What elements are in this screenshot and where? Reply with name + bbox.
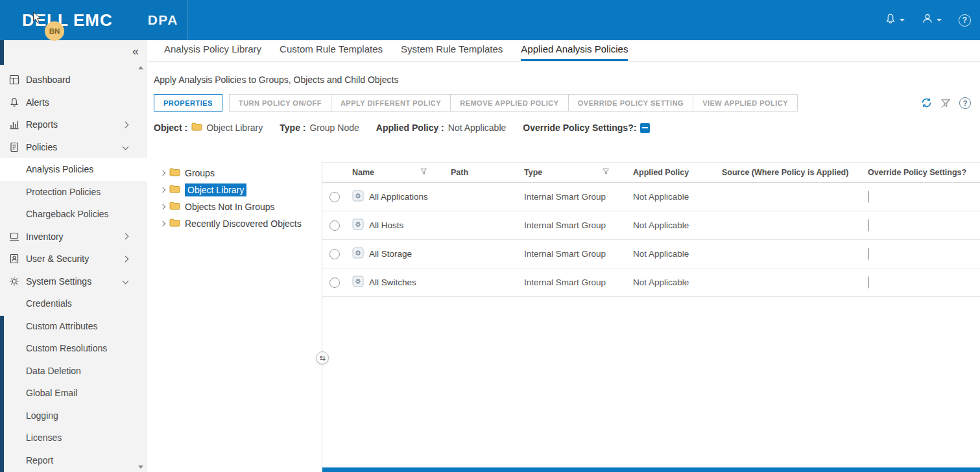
override-checkbox[interactable] [868, 276, 869, 289]
row-radio-button[interactable] [329, 220, 340, 231]
name-column-header[interactable]: Name [347, 168, 446, 177]
tab-applied-analysis-policies[interactable]: Applied Analysis Policies [521, 43, 628, 61]
dell-emc-logo[interactable]: DELL EMC [22, 10, 113, 30]
tree-item-object-library[interactable]: Object Library [147, 182, 322, 198]
sidebar-item-label: Logging [26, 410, 58, 421]
apply-different-policy-button[interactable]: APPLY DIFFERENT POLICY [331, 94, 451, 112]
avatar[interactable]: BN [45, 21, 64, 41]
row-name-label: All Storage [369, 249, 412, 259]
sidebar-item-credentials[interactable]: Credentials [0, 292, 147, 315]
chevron-right-icon [160, 204, 165, 209]
sidebar-item-reports[interactable]: Reports [0, 113, 147, 136]
scroll-down-arrow[interactable] [138, 466, 143, 469]
help-button[interactable]: ? [959, 14, 971, 27]
row-radio-button[interactable] [329, 249, 340, 259]
chevron-right-icon [123, 255, 129, 262]
sidebar-item-label: Chargeback Policies [26, 209, 109, 219]
tree-item-recently-discovered-objects[interactable]: Recently Discovered Objects [147, 215, 322, 232]
filter-funnel-icon[interactable] [603, 168, 610, 177]
sidebar-item-report[interactable]: Report [0, 449, 147, 472]
applied-policy-column-header[interactable]: Applied Policy [628, 168, 717, 177]
notifications-button[interactable] [885, 13, 905, 27]
override-settings-label: Override Policy Settings?: [523, 123, 636, 133]
horizontal-scrollbar[interactable] [322, 467, 980, 472]
override-indeterminate-checkbox[interactable] [640, 123, 650, 133]
help-icon: ? [962, 16, 967, 25]
smart-group-icon [352, 276, 364, 289]
chevron-right-icon [123, 121, 129, 128]
sidebar-item-user-security[interactable]: User & Security [0, 248, 147, 270]
folder-icon [191, 123, 202, 133]
table-row[interactable]: All Hosts Internal Smart Group Not Appli… [322, 211, 980, 240]
tab-system-rule-templates[interactable]: System Rule Templates [401, 43, 503, 61]
table-row[interactable]: All Storage Internal Smart Group Not App… [322, 240, 980, 268]
sidebar-item-system-settings[interactable]: System Settings [0, 270, 147, 293]
override-checkbox[interactable] [868, 248, 869, 260]
type-info: Type : Group Node [280, 123, 359, 133]
tree-item-label: Recently Discovered Objects [185, 218, 302, 229]
smart-group-icon [352, 190, 364, 204]
filter-funnel-icon[interactable] [420, 168, 427, 177]
tree-item-objects-not-in-groups[interactable]: Objects Not In Groups [147, 198, 322, 215]
turn-policy-on-off-button[interactable]: TURN POLICY ON/OFF [229, 94, 331, 112]
tree-item-groups[interactable]: Groups [147, 165, 322, 182]
main-content: Analysis Policy Library Custom Rule Temp… [147, 40, 980, 472]
row-name-label: All Hosts [369, 220, 403, 230]
row-radio-button[interactable] [329, 192, 340, 202]
tab-analysis-policy-library[interactable]: Analysis Policy Library [164, 43, 261, 61]
policies-table-panel: Name Path Type A [322, 159, 980, 472]
sidebar-item-protection-policies[interactable]: Protection Policies [0, 181, 147, 204]
table-row[interactable]: All Applications Internal Smart Group No… [322, 183, 980, 211]
sidebar-item-analysis-policies[interactable]: Analysis Policies [0, 158, 147, 181]
sidebar-item-inventory[interactable]: Inventory [0, 226, 147, 248]
chevron-down-icon [123, 278, 129, 285]
sidebar-item-licenses[interactable]: Licenses [0, 427, 147, 449]
sidebar-item-alerts[interactable]: Alerts [0, 91, 147, 114]
sidebar-item-label: Custom Resolutions [26, 343, 107, 353]
collapse-sidebar-button[interactable]: « [132, 45, 139, 57]
override-column-header[interactable]: Override Policy Settings? [863, 168, 980, 177]
sidebar-item-global-email[interactable]: Global Email [0, 382, 147, 405]
override-checkbox[interactable] [868, 219, 869, 231]
sidebar-item-data-deletion[interactable]: Data Deletion [0, 360, 147, 383]
refresh-icon[interactable] [921, 97, 932, 108]
path-column-header[interactable]: Path [446, 168, 519, 177]
chevron-right-icon [160, 221, 165, 226]
page-title: Apply Analysis Policies to Groups, Objec… [154, 75, 980, 85]
chevron-right-icon [123, 233, 129, 240]
override-policy-setting-button[interactable]: OVERRIDE POLICY SETTING [568, 94, 694, 112]
sidebar-item-policies[interactable]: Policies [0, 136, 147, 159]
folder-icon [169, 218, 180, 229]
clear-filter-icon[interactable] [940, 98, 951, 108]
help-icon[interactable]: ? [959, 97, 971, 109]
sidebar-item-custom-resolutions[interactable]: Custom Resolutions [0, 337, 147, 360]
column-header-label: Applied Policy [633, 168, 689, 177]
row-radio-button[interactable] [329, 277, 340, 288]
tree-item-label: Groups [185, 168, 215, 178]
source-column-header[interactable]: Source (Where Policy is Applied) [717, 168, 863, 177]
table-row[interactable]: All Switches Internal Smart Group Not Ap… [322, 268, 980, 297]
sidebar-item-logging[interactable]: Logging [0, 405, 147, 427]
properties-button[interactable]: PROPERTIES [154, 94, 222, 112]
user-menu-button[interactable] [922, 13, 942, 27]
panel-resize-handle[interactable]: ⇆ [316, 351, 329, 364]
selection-info-row: Object : Object Library Type : Group Nod… [154, 123, 980, 133]
sidebar-item-label: Inventory [26, 231, 64, 242]
remove-applied-policy-button[interactable]: REMOVE APPLIED POLICY [450, 94, 569, 112]
swap-arrows-icon: ⇆ [319, 354, 325, 362]
user-badge-icon [9, 254, 19, 264]
sidebar-item-dashboard[interactable]: Dashboard [0, 69, 147, 91]
sidebar-item-label: Dashboard [26, 75, 71, 85]
chevron-right-icon [160, 187, 165, 193]
row-applied-policy-cell: Not Applicable [628, 220, 717, 230]
tab-custom-rule-templates[interactable]: Custom Rule Templates [280, 43, 383, 61]
type-column-header[interactable]: Type [519, 168, 628, 177]
column-header-label: Name [352, 168, 374, 177]
sidebar-item-custom-attributes[interactable]: Custom Attributes [0, 315, 147, 338]
view-applied-policy-button[interactable]: VIEW APPLIED POLICY [693, 94, 798, 112]
sidebar-nav: Dashboard Alerts Reports Policies [0, 62, 147, 471]
sidebar-item-chargeback-policies[interactable]: Chargeback Policies [0, 203, 147, 226]
override-checkbox[interactable] [868, 191, 869, 203]
dashboard-icon [9, 75, 19, 85]
row-type-cell: Internal Smart Group [519, 249, 628, 259]
